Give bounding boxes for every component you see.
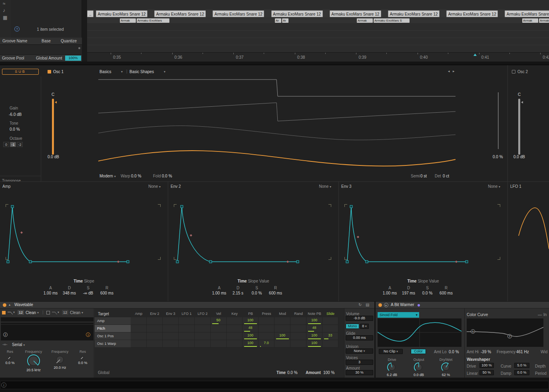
matrix-cell[interactable] — [290, 340, 306, 348]
osc1-position-slider[interactable] — [498, 92, 499, 149]
matrix-cell[interactable] — [274, 340, 290, 348]
dry-wet-knob[interactable] — [441, 362, 451, 372]
filter1-slope[interactable]: 12 — [18, 310, 24, 315]
arrangement-clip[interactable]: Armaku ExoMars Snare 12 — [388, 10, 440, 17]
matrix-cell[interactable] — [195, 317, 211, 325]
matrix-cell[interactable] — [195, 325, 211, 332]
env-param-value[interactable]: 1.00 ms — [380, 291, 399, 295]
arrangement-clip[interactable]: Armaku ExoMars Snare 12 — [446, 10, 498, 17]
osc2-level-value[interactable]: 0.0 dB — [513, 155, 525, 159]
ws-drive-value[interactable]: 100 % — [479, 363, 494, 368]
gain-value[interactable]: -6.0 dB — [9, 112, 22, 117]
semi-value[interactable]: 0 st — [420, 174, 427, 178]
matrix-row-osc-1-warp[interactable]: Osc 1 Warp — [95, 340, 131, 348]
osc2-level-slider[interactable] — [518, 99, 520, 155]
device-activator[interactable] — [378, 303, 382, 307]
lfo-curve-display[interactable] — [508, 202, 549, 268]
slider-handle-icon[interactable] — [521, 101, 523, 103]
ws-linear-value[interactable]: 50 % — [479, 370, 494, 375]
res2-knob[interactable] — [80, 354, 86, 360]
arrangement-clip[interactable]: Armaku ExoMars Snare 12 — [271, 10, 323, 17]
prev-table-icon[interactable]: ◂ — [448, 69, 450, 73]
glide-value[interactable]: 0.00 ms — [346, 335, 373, 340]
matrix-cell[interactable] — [131, 317, 147, 325]
octave-minus2-button[interactable]: -2 — [17, 142, 23, 147]
matrix-row-pitch[interactable]: Pitch — [95, 325, 131, 332]
tone-value[interactable]: 0.0 % — [10, 127, 20, 131]
arrangement-clip-partial[interactable]: Ar — [282, 18, 288, 23]
ws-damp-value[interactable]: 0.0 % — [514, 370, 529, 375]
global-amount-value[interactable]: 100% — [65, 56, 81, 61]
matrix-cell[interactable] — [163, 340, 179, 348]
env-param-value[interactable]: 1.00 ms — [41, 291, 60, 295]
matrix-cell[interactable] — [227, 317, 243, 325]
filter1-type-icon[interactable] — [7, 311, 13, 315]
fold-icon[interactable]: ▴ — [9, 303, 10, 306]
matrix-cell[interactable] — [163, 317, 179, 325]
amt-hi-value[interactable]: -39 % — [481, 350, 491, 354]
output-value[interactable]: 0.0 dB — [414, 373, 424, 377]
env-curve-display[interactable] — [3, 202, 165, 268]
device-title-bar[interactable]: ▴ Wavetable ↻ ▤ — [0, 302, 374, 308]
env-param-value[interactable]: 2.15 s — [229, 291, 247, 295]
matrix-cell[interactable]: 48 — [306, 325, 322, 332]
osc1-wavetable-display[interactable] — [98, 76, 456, 173]
res1-value[interactable]: 0.0 % — [5, 361, 14, 365]
matrix-cell[interactable]: 33 — [322, 332, 338, 340]
res2-value[interactable]: 0.0 % — [78, 361, 87, 365]
matrix-cell[interactable] — [290, 332, 306, 340]
groove-col-name[interactable]: Groove Name — [2, 39, 27, 43]
matrix-cell[interactable]: 100 — [306, 332, 322, 340]
chevron-down-icon[interactable]: ▾ — [37, 311, 39, 314]
octave-0-button[interactable]: 0 — [3, 142, 9, 147]
timeline-ruler[interactable]: 0:350:360:370:380:390:400:410:42 — [87, 52, 549, 62]
osc1-position-value[interactable]: 0.0 % — [493, 155, 503, 159]
filter2-type-icon[interactable] — [52, 311, 58, 315]
env-curve-display[interactable] — [171, 202, 336, 268]
fold-value[interactable]: 0.0 % — [162, 174, 172, 178]
curve-handle-2[interactable]: 2 — [507, 334, 512, 338]
volume-value[interactable]: -9.0 dB — [346, 316, 373, 321]
matrix-cell[interactable] — [274, 325, 290, 332]
matrix-cell[interactable] — [211, 325, 227, 332]
chevron-down-icon[interactable]: ▾ — [13, 310, 15, 314]
fold-mode-chooser[interactable]: Sinoid Fold▾ — [378, 312, 419, 318]
matrix-amount-value[interactable]: 100 % — [323, 370, 334, 375]
filter1-circuit[interactable]: Clean — [26, 310, 36, 315]
env-param-value[interactable]: 348 ms — [60, 291, 79, 295]
matrix-cell[interactable] — [131, 325, 147, 332]
arrangement-clip-stub[interactable]: .. — [87, 10, 93, 17]
filter1-freq-knob[interactable] — [27, 354, 40, 368]
arrangement-clip-partial[interactable]: Armaku ExoMars — [137, 18, 169, 23]
osc1-level-value[interactable]: 0.0 dB — [48, 155, 59, 159]
matrix-cell[interactable] — [227, 340, 243, 348]
chevron-down-icon[interactable]: ▾ — [58, 310, 59, 314]
arrangement-clip[interactable]: Armaku ExoMars Snare 12 — [96, 10, 147, 17]
arrangement-clip-partial[interactable]: Armak — [522, 18, 538, 23]
max-edit-icon[interactable]: ▸ — [384, 303, 388, 307]
matrix-cell[interactable]: 100 — [306, 340, 322, 348]
scroll-dot[interactable] — [78, 47, 80, 49]
arrangement-clip-partial[interactable]: Armak — [357, 18, 373, 23]
chevron-down-icon[interactable]: ▾ — [82, 311, 83, 314]
matrix-cell[interactable] — [259, 332, 274, 340]
chevron-down-icon[interactable]: ▾ — [164, 70, 165, 74]
mono-toggle[interactable]: Mono — [346, 324, 359, 329]
matrix-cell[interactable] — [147, 325, 163, 332]
filter2-freq-knob[interactable] — [54, 354, 66, 365]
matrix-cell[interactable]: 100 — [243, 340, 259, 348]
filter2-handle[interactable]: 2 — [3, 332, 8, 337]
matrix-cell[interactable] — [179, 317, 195, 325]
device-title-bar[interactable]: ▸ A Bit Warmer — [376, 302, 549, 308]
res1-knob[interactable] — [7, 354, 13, 360]
matrix-cell[interactable] — [131, 332, 147, 340]
matrix-cell[interactable] — [290, 317, 306, 325]
matrix-cell[interactable]: 7.0 — [259, 340, 274, 348]
matrix-cell[interactable]: 100 — [243, 317, 259, 325]
matrix-cell[interactable] — [211, 332, 227, 340]
sub-button[interactable]: SUB — [2, 69, 39, 75]
matrix-cell[interactable] — [227, 332, 243, 340]
info-icon[interactable]: ? — [14, 26, 20, 32]
arrangement-clip-partial[interactable]: Armak — [120, 18, 136, 23]
arrangement-clip-partial[interactable]: Armaku ExoMars S — [374, 18, 410, 23]
